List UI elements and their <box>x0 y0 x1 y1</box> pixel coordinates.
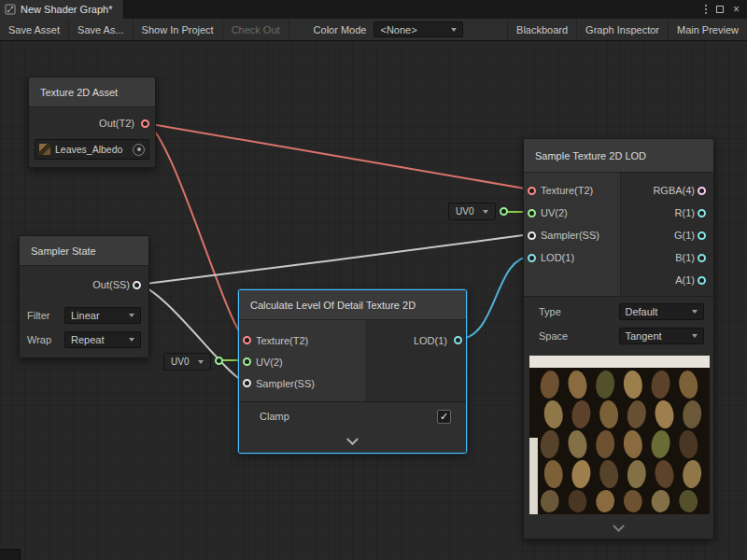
kebab-menu-icon[interactable] <box>705 5 707 14</box>
port-label: Out(SS) <box>92 279 130 290</box>
node-sampler-state[interactable]: Sampler State Out(SS) Filter Linear Wrap… <box>19 235 149 358</box>
node-title: Sample Texture 2D LOD <box>524 139 713 173</box>
node-title: Sampler State <box>20 236 148 266</box>
shader-graph-icon <box>5 4 16 15</box>
port-label: Texture(T2) <box>541 185 593 196</box>
chevron-down-icon <box>613 520 625 532</box>
save-asset-button[interactable]: Save Asset <box>0 19 69 40</box>
clamp-checkbox[interactable]: ✓ <box>437 410 451 424</box>
chevron-down-icon <box>198 360 204 364</box>
filter-dropdown[interactable]: Linear <box>64 307 141 324</box>
port-label: Sampler(SS) <box>256 378 315 389</box>
type-value: Default <box>626 306 658 317</box>
wrap-label: Wrap <box>27 334 57 345</box>
input-port-uv[interactable] <box>528 209 536 217</box>
panel-corner <box>0 549 21 560</box>
space-value: Tangent <box>626 330 662 342</box>
output-port-sampler[interactable] <box>133 281 141 289</box>
output-port-a[interactable] <box>698 276 706 285</box>
chevron-down-icon <box>451 28 457 32</box>
port-label: RGBA(4) <box>653 185 695 196</box>
output-port-r[interactable] <box>698 209 706 217</box>
space-label: Space <box>539 330 612 342</box>
output-port-lod[interactable] <box>454 336 462 344</box>
type-dropdown[interactable]: Default <box>619 303 705 320</box>
uv-channel-value: UV0 <box>456 206 473 217</box>
edge-texture-to-sample[interactable] <box>146 123 530 189</box>
window-titlebar: New Shader Graph* × <box>0 0 747 19</box>
type-label: Type <box>539 306 612 317</box>
node-sample-texture-2d-lod[interactable]: Sample Texture 2D LOD Texture(T2) UV(2) … <box>523 138 714 539</box>
uv-pill-port[interactable] <box>215 357 223 365</box>
chevron-down-icon <box>129 314 134 317</box>
graph-toolbar: Save Asset Save As... Show In Project Ch… <box>0 19 747 41</box>
wrap-dropdown[interactable]: Repeat <box>64 331 141 348</box>
port-label: G(1) <box>674 230 695 241</box>
chevron-down-icon <box>692 310 698 314</box>
node-preview-image <box>529 356 708 514</box>
window-title: New Shader Graph* <box>21 4 112 15</box>
output-port-rgba[interactable] <box>698 187 706 195</box>
close-icon[interactable]: × <box>733 4 740 15</box>
texture-asset-field[interactable]: Leaves_Albedo <box>35 139 149 160</box>
node-title: Texture 2D Asset <box>29 77 155 107</box>
edge-texture-to-calc[interactable] <box>146 123 245 339</box>
port-label: B(1) <box>675 252 695 263</box>
filter-label: Filter <box>27 310 57 321</box>
filter-value: Linear <box>71 310 100 321</box>
main-preview-toggle-button[interactable]: Main Preview <box>668 19 747 40</box>
uv-channel-value: UV0 <box>171 357 189 367</box>
node-title: Calculate Level Of Detail Texture 2D <box>239 290 466 320</box>
port-label: UV(2) <box>256 357 283 368</box>
port-label: Texture(T2) <box>256 335 308 346</box>
input-port-texture[interactable] <box>243 336 251 344</box>
color-mode-label: Color Mode <box>289 19 374 40</box>
port-label: R(1) <box>675 207 695 218</box>
input-port-texture[interactable] <box>528 187 536 195</box>
chevron-down-icon <box>483 210 488 214</box>
node-texture-2d-asset[interactable]: Texture 2D Asset Out(T2) Leaves_Albedo <box>28 77 156 168</box>
space-dropdown[interactable]: Tangent <box>619 328 705 344</box>
output-port-b[interactable] <box>698 254 706 262</box>
uv-pill-port[interactable] <box>500 207 508 216</box>
port-label: UV(2) <box>541 207 568 218</box>
port-label: Sampler(SS) <box>541 230 599 241</box>
port-label: Out(T2) <box>99 118 134 129</box>
graph-canvas[interactable]: Texture 2D Asset Out(T2) Leaves_Albedo S… <box>0 41 747 560</box>
color-mode-dropdown[interactable]: <None> <box>374 21 463 37</box>
asset-name: Leaves_Albedo <box>55 144 128 155</box>
input-port-lod[interactable] <box>528 254 536 262</box>
edge-sampler-to-sample[interactable] <box>138 234 530 285</box>
chevron-down-icon <box>129 338 134 342</box>
port-label: A(1) <box>675 274 695 286</box>
port-label: LOD(1) <box>541 252 574 263</box>
chevron-down-icon <box>692 334 698 338</box>
uv-channel-dropdown[interactable]: UV0 <box>163 353 211 371</box>
clamp-label: Clamp <box>260 411 289 422</box>
check-out-button: Check Out <box>223 19 289 40</box>
edge-lod-to-sample[interactable] <box>459 257 530 339</box>
save-as-button[interactable]: Save As... <box>69 19 134 40</box>
color-mode-value: <None> <box>380 24 416 35</box>
graph-inspector-toggle-button[interactable]: Graph Inspector <box>576 19 668 40</box>
output-port-g[interactable] <box>698 231 706 240</box>
window-tab[interactable]: New Shader Graph* <box>0 0 124 19</box>
chevron-down-icon <box>346 433 359 445</box>
port-label: LOD(1) <box>414 335 447 346</box>
collapse-button[interactable] <box>239 430 466 453</box>
object-picker-icon[interactable] <box>133 144 145 156</box>
texture-thumbnail-icon <box>39 144 50 155</box>
node-calculate-lod-texture-2d[interactable]: Calculate Level Of Detail Texture 2D Tex… <box>238 289 467 454</box>
show-in-project-button[interactable]: Show In Project <box>134 19 223 40</box>
uv-channel-dropdown[interactable]: UV0 <box>448 203 496 220</box>
blackboard-toggle-button[interactable]: Blackboard <box>507 19 576 40</box>
maximize-icon[interactable] <box>716 6 724 13</box>
collapse-button[interactable] <box>524 518 713 539</box>
wrap-value: Repeat <box>71 334 104 345</box>
input-port-uv[interactable] <box>243 357 251 366</box>
input-port-sampler[interactable] <box>243 379 251 387</box>
input-port-sampler[interactable] <box>528 231 536 240</box>
output-port-texture[interactable] <box>141 119 149 128</box>
